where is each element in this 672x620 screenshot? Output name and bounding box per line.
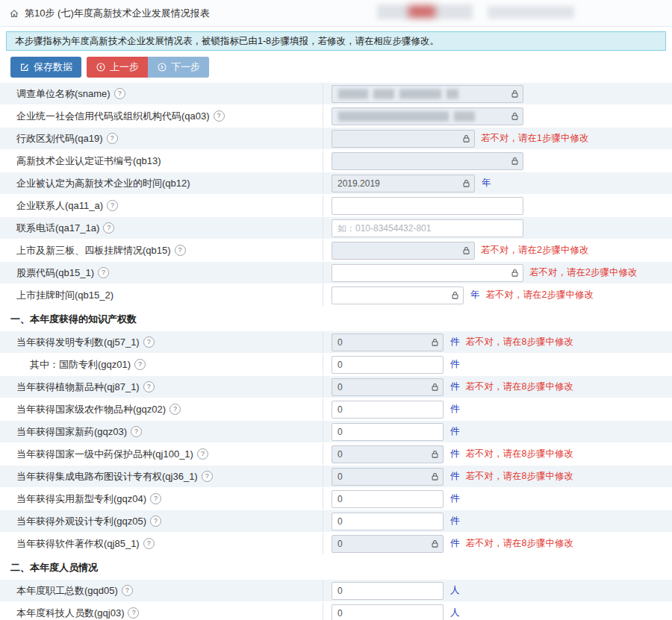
edit-icon — [19, 62, 30, 72]
help-icon[interactable] — [169, 404, 181, 415]
input-qj85_1 — [332, 535, 444, 553]
field-label: 当年获得集成电路布图设计专有权(qj36_1) — [16, 470, 198, 483]
lock-icon — [462, 179, 470, 188]
lock-icon — [511, 112, 519, 121]
redacted-value — [338, 89, 458, 98]
field-label: 本年度科技人员数(gqj03) — [16, 607, 124, 620]
form-row: 企业联系人(qa11_a) — [0, 195, 672, 217]
fix-step-note: 若不对，请在2步骤中修改 — [486, 289, 594, 301]
help-icon[interactable] — [107, 200, 118, 211]
field-label: 企业联系人(qa11_a) — [16, 199, 103, 213]
field-label: 上市挂牌时间(qb15_2) — [16, 289, 113, 302]
form-row: 行政区划代码(qa19)若不对，请在1步骤中修改 — [0, 128, 672, 150]
unit-label: 件 — [450, 381, 460, 393]
form-row: 上市挂牌时间(qb15_2)年若不对，请在2步骤中修改 — [0, 284, 672, 307]
input-qa11_a[interactable] — [332, 197, 523, 215]
form-row: 当年获得外观设计专利(gqz05)件 — [0, 510, 672, 533]
unit-label: 年 — [482, 177, 491, 190]
form-row: 企业被认定为高新技术企业的时间(qb12)年 — [0, 172, 672, 195]
help-icon[interactable] — [131, 426, 142, 437]
help-icon[interactable] — [107, 133, 118, 144]
input-qb13 — [332, 152, 523, 170]
field-label: 其中：国防专利(gqz01) — [30, 358, 131, 372]
lock-icon — [451, 291, 459, 300]
unit-label: 件 — [450, 358, 460, 371]
field-label: 股票代码(qb15_1) — [16, 266, 94, 280]
field-label: 上市及新三板、四板挂牌情况(qb15) — [16, 244, 171, 257]
arrow-right-circle-icon — [157, 62, 167, 72]
lock-icon — [431, 539, 439, 548]
input-gqz04[interactable] — [332, 490, 444, 508]
lock-icon — [431, 472, 439, 481]
form-row: 当年获得发明专利数(qj57_1)件若不对，请在8步骤中修改 — [0, 331, 672, 354]
input-gqz01[interactable] — [332, 356, 444, 374]
next-step-button[interactable]: 下一步 — [148, 57, 209, 78]
form-row: 当年获得实用新型专利(gqz04)件 — [0, 488, 672, 510]
help-icon[interactable] — [202, 471, 213, 482]
input-gqd05[interactable] — [332, 582, 444, 600]
help-icon[interactable] — [143, 538, 155, 549]
help-icon[interactable] — [122, 585, 133, 596]
form-row: 调查单位名称(sname) — [0, 83, 672, 105]
lock-icon — [431, 450, 439, 459]
field-label: 当年获得发明专利数(qj57_1) — [16, 336, 140, 349]
field-label: 本年度职工总数(gqd05) — [16, 584, 118, 598]
help-icon[interactable] — [114, 88, 125, 99]
toolbar: 保存数据 上一步 下一步 — [10, 57, 672, 78]
fix-step-note: 若不对，请在2步骤中修改 — [529, 266, 637, 279]
unit-label: 件 — [450, 537, 460, 550]
section-header: 一、本年度获得的知识产权数 — [0, 307, 672, 331]
input-qb15_1[interactable] — [332, 264, 523, 282]
help-icon[interactable] — [143, 336, 155, 348]
input-gqj03[interactable] — [332, 604, 444, 620]
titlebar: 第10步 (七)年度高新技术企业发展情况报表 — [0, 0, 672, 27]
redacted-stamp — [377, 4, 574, 19]
save-data-button[interactable]: 保存数据 — [10, 57, 81, 78]
form-row: 本年度科技人员数(gqj03)人 — [0, 602, 672, 620]
help-icon[interactable] — [143, 381, 155, 392]
input-qj87_1 — [332, 378, 444, 396]
input-qb15 — [332, 242, 475, 260]
form-row: 当年获得国家一级中药保护品种(qj100_1)件若不对，请在8步骤中修改 — [0, 443, 672, 466]
form-row: 上市及新三板、四板挂牌情况(qb15)若不对，请在2步骤中修改 — [0, 239, 672, 262]
input-gqz05[interactable] — [332, 513, 444, 530]
fix-step-note: 若不对，请在8步骤中修改 — [466, 448, 573, 460]
lock-icon — [462, 134, 470, 143]
help-icon[interactable] — [175, 245, 186, 256]
help-icon[interactable] — [197, 448, 208, 460]
lock-icon — [511, 90, 519, 98]
help-icon[interactable] — [214, 110, 225, 122]
field-label: 高新技术企业认定证书编号(qb13) — [16, 154, 161, 168]
field-label: 企业统一社会信用代码或组织机构代码(qa03) — [16, 110, 210, 123]
form-row: 股票代码(qb15_1)若不对，请在2步骤中修改 — [0, 262, 672, 284]
field-label: 联系电话(qa17_1a) — [16, 222, 99, 235]
form-row: 本年度职工总数(gqd05)人 — [0, 580, 672, 602]
help-icon[interactable] — [150, 516, 161, 527]
form-row: 当年获得集成电路布图设计专有权(qj36_1)件若不对，请在8步骤中修改 — [0, 466, 672, 488]
input-qa17_1a[interactable] — [332, 219, 523, 237]
section-title: 二、本年度人员情况 — [10, 561, 98, 574]
prev-step-button[interactable]: 上一步 — [87, 57, 148, 78]
fix-step-note: 若不对，请在8步骤中修改 — [466, 336, 573, 348]
form-row: 当年获得国家级农作物品种(gqz02)件 — [0, 398, 672, 421]
section-header: 二、本年度人员情况 — [0, 555, 672, 580]
input-qb15_2[interactable] — [332, 286, 464, 304]
form-row: 其中：国防专利(gqz01)件 — [0, 354, 672, 376]
input-qb12 — [332, 175, 475, 192]
survey-form: 调查单位名称(sname)企业统一社会信用代码或组织机构代码(qa03)行政区划… — [0, 83, 672, 620]
input-gqz03[interactable] — [332, 423, 444, 441]
home-icon[interactable] — [9, 8, 19, 19]
unit-label: 人 — [450, 584, 460, 597]
help-icon[interactable] — [134, 359, 146, 370]
help-icon[interactable] — [98, 267, 109, 278]
field-label: 调查单位名称(sname) — [16, 87, 111, 101]
input-gqz02[interactable] — [332, 401, 444, 419]
input-qa19 — [332, 130, 475, 148]
form-row: 高新技术企业认定证书编号(qb13) — [0, 150, 672, 172]
field-label: 当年获得国家一级中药保护品种(qj100_1) — [16, 448, 193, 461]
form-row: 联系电话(qa17_1a) — [0, 217, 672, 239]
help-icon[interactable] — [103, 222, 114, 234]
help-icon[interactable] — [128, 607, 139, 619]
help-icon[interactable] — [150, 493, 161, 504]
lock-icon — [511, 269, 519, 278]
